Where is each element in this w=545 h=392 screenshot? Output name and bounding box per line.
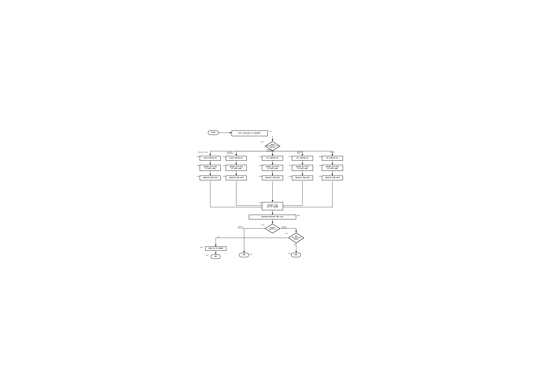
branch-maximize-delay: MAXIMIZE DELAY [198, 152, 208, 153]
label-1030: 1030 [319, 156, 322, 157]
set-confirm-5-node: SET CONFIRM BIT [322, 156, 343, 161]
data-available-node: DATA AVAILABLE TO TRANSMIT [231, 131, 268, 136]
clear-confirm-2-label: CLEAR CONFIRM BIT [229, 157, 243, 159]
diagram-container: START DATA AVAILABLE TO TRANSMIT 1002 SE… [195, 128, 350, 264]
label-1008: 1008 [197, 165, 200, 166]
set-confirm-3-label: SET CONFIRM BIT [266, 157, 279, 159]
label-1044: 1044 [285, 233, 288, 234]
encode-1-label: ENCODE SLOT WITH 1/2 RATE CODE [204, 166, 217, 169]
encode-5-label: ENCODE SLOT WITH 3/4 RATE CODE [326, 166, 339, 169]
branch-maximize-throughput: MAXIMIZETHROUGHOUT [227, 152, 234, 154]
indicate-2-label: INDICATE CODE RATE [229, 177, 243, 179]
end-2-node: END [239, 253, 249, 257]
start-node: START [208, 131, 219, 135]
receiver-receives-node: RECEIVER RECEIVES TDMA SLOT [249, 215, 296, 219]
label-1028: 1028 [289, 176, 292, 177]
label-1036: 1036 [259, 202, 262, 204]
does-tdma-label: DOES TDMA SLOT HAVE ERRORS? [291, 236, 301, 240]
send-ack-label: SEND ACK TO SENDER [209, 248, 223, 249]
indicate-4-node: INDICATE CODE RATE [292, 176, 313, 180]
branch-minimize-cost: MINIMIZECOST [297, 152, 303, 154]
set-confirm-4-label: SET CONFIRM BIT [297, 157, 309, 159]
label-1012: 1012 [223, 156, 226, 157]
set-confirm-4-node: SET CONFIRM BIT [292, 156, 313, 161]
send-ack-node: SEND ACK TO SENDER [205, 247, 226, 251]
encode-1-node: ENCODE SLOT WITH 1/2 RATE CODE [200, 165, 221, 171]
encode-2-label: ENCODE SLOT WITH 3/4 RATE CODE [230, 166, 243, 169]
label-1006: 1006 [197, 156, 200, 157]
start-label: START [211, 132, 215, 133]
encode-3-node: ENCODE SLOT WITH 1/2 RATE CODE [262, 165, 283, 171]
data-available-label: DATA AVAILABLE TO TRANSMIT [239, 132, 261, 134]
label-1026: 1026 [289, 165, 292, 166]
end-1-node: END [211, 254, 221, 259]
label-1042: 1042 [249, 254, 252, 255]
confirm-bit-clear-label: CONFIRMBIT CLEAR [238, 226, 244, 229]
indicate-3-node: INDICATE CODE RATE [262, 176, 283, 180]
label-1014: 1014 [223, 165, 226, 166]
encode-2-node: ENCODE SLOT WITH 3/4 RATE CODE [226, 165, 247, 171]
encode-4-node: ENCODE SLOT WITH 3/4 RATE CODE [292, 165, 313, 171]
label-1024: 1024 [289, 156, 292, 157]
sender-identifies-label: SENDER IDENTIFIES TYPE OF SERVICE? [266, 144, 279, 148]
label-1004: 1004 [261, 141, 264, 143]
label-1050: 1050 [205, 254, 209, 256]
transmit-tdma-node: TRANSMIT TDMA SLOT BY SENDER [262, 202, 283, 210]
label-1032: 1032 [319, 165, 322, 166]
label-1038: 1038 [297, 215, 300, 216]
indicate-1-label: INDICATE CODE RATE [203, 177, 217, 179]
confirm-bit-set-label: CONFIRMBIT SET [282, 226, 286, 229]
label-1046: 1046 [288, 253, 291, 254]
indicate-1-node: INDICATE CODE RATE [200, 176, 221, 180]
label-1048: 1048 [200, 247, 203, 248]
end-2-label: END [243, 254, 245, 256]
set-confirm-3-node: SET CONFIRM BIT [262, 156, 283, 161]
end-3-node: END [291, 253, 301, 257]
examine-confirm-label: EXAMINE CONFIRM BIT? [269, 227, 276, 230]
indicate-4-label: INDICATE CODE RATE [295, 177, 310, 179]
set-confirm-5-label: SET CONFIRM BIT [326, 157, 339, 159]
label-1018: 1018 [259, 156, 262, 157]
receiver-receives-label: RECEIVER RECEIVES TDMA SLOT [262, 216, 283, 218]
transmit-tdma-label: TRANSMIT TDMA SLOT BY SENDER [267, 205, 278, 208]
examine-confirm-node: EXAMINE CONFIRM BIT? [265, 224, 280, 233]
label-1022: 1022 [259, 176, 262, 177]
encode-3-label: ENCODE SLOT WITH 1/2 RATE CODE [266, 166, 279, 169]
encode-4-label: ENCODE SLOT WITH 3/4 RATE CODE [296, 166, 309, 169]
label-1016: 1016 [223, 176, 226, 177]
label-1020: 1020 [259, 165, 262, 166]
indicate-5-label: INDICATE CODE RATE [325, 177, 340, 179]
clear-confirm-1-node: CLEAR CONFIRM BIT [200, 156, 221, 161]
indicate-5-node: INDICATE CODE RATE [322, 176, 343, 180]
end-3-label: END [295, 254, 297, 256]
no-label: NO [218, 236, 219, 238]
label-1010: 1010 [197, 176, 200, 177]
branch-maximize-reliability: MAXIMIZERELIABILITY [267, 149, 275, 152]
label-1034: 1034 [319, 176, 322, 177]
branch-default: DEFAULT [330, 152, 335, 153]
end-1-label: END [214, 256, 217, 257]
indicate-3-label: INDICATE CODE RATE [265, 177, 280, 179]
yes-label: YES [294, 244, 296, 245]
indicate-2-node: INDICATE CODE RATE [226, 176, 247, 180]
label-1040: 1040 [261, 224, 264, 225]
encode-5-node: ENCODE SLOT WITH 3/4 RATE CODE [322, 165, 343, 171]
label-1002: 1002 [269, 131, 272, 132]
does-tdma-node: DOES TDMA SLOT HAVE ERRORS? [288, 232, 304, 243]
clear-confirm-1-label: CLEAR CONFIRM BIT [204, 157, 217, 159]
clear-confirm-2-node: CLEAR CONFIRM BIT [226, 156, 247, 161]
